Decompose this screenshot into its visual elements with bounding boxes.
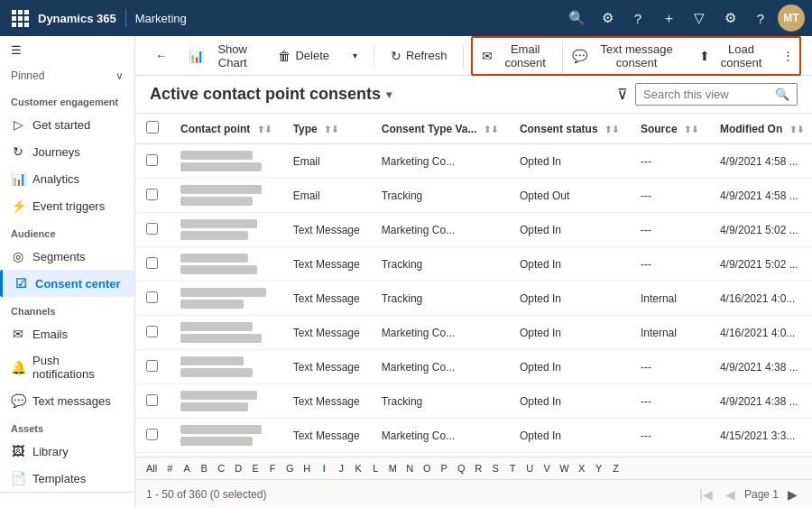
- row-checkbox-5[interactable]: [146, 326, 158, 337]
- show-chart-button[interactable]: 📊 Show Chart: [180, 38, 265, 74]
- sidebar-item-consent-center[interactable]: ☑Consent center: [0, 270, 134, 297]
- alpha-item-m[interactable]: M: [384, 461, 401, 476]
- table-row[interactable]: Email Tracking Opted Out --- 4/9/2021 4:…: [135, 179, 812, 213]
- load-consent-button[interactable]: ⬆ Load consent: [690, 38, 777, 74]
- alpha-item-k[interactable]: K: [350, 461, 366, 476]
- app-module: Marketing: [135, 12, 187, 25]
- alpha-item-y[interactable]: Y: [591, 461, 607, 476]
- text-message-consent-button[interactable]: 💬 Text message consent: [563, 38, 690, 74]
- col-consent-status[interactable]: Consent status ⬆⬇: [509, 114, 630, 144]
- sidebar-item-event-triggers[interactable]: ⚡Event triggers: [0, 192, 134, 219]
- sidebar-item-realtimemarketing[interactable]: RM Real-time marketi... ›: [0, 500, 134, 508]
- alpha-item-n[interactable]: N: [401, 461, 418, 476]
- sidebar-item-segments[interactable]: ◎Segments: [0, 243, 134, 270]
- alpha-item-u[interactable]: U: [521, 461, 538, 476]
- row-checkbox-8[interactable]: [146, 429, 158, 440]
- table-row[interactable]: Email Marketing Co... Opted In --- 4/9/2…: [135, 144, 812, 179]
- sidebar-item-get-started[interactable]: ▷Get started: [0, 111, 134, 138]
- table-row[interactable]: Text Message Marketing Co... Opted In --…: [135, 213, 812, 247]
- sort-icon-consent-status: ⬆⬇: [604, 125, 619, 134]
- table-row[interactable]: Text Message Tracking Opted In --- 4/9/2…: [135, 247, 812, 282]
- alpha-item-l[interactable]: L: [367, 461, 383, 476]
- sidebar-item-analytics[interactable]: 📊Analytics: [0, 165, 134, 192]
- row-checkbox-4[interactable]: [146, 291, 158, 303]
- col-consent-type[interactable]: Consent Type Va... ⬆⬇: [371, 114, 509, 144]
- alpha-item-a[interactable]: A: [179, 461, 195, 476]
- search-nav-icon[interactable]: 🔍: [563, 5, 590, 32]
- row-checkbox-0[interactable]: [146, 154, 158, 166]
- table-row[interactable]: Text Message Marketing Co... Opted In In…: [135, 316, 812, 350]
- sidebar-item-emails[interactable]: ✉Emails: [0, 320, 134, 347]
- first-page-button[interactable]: |◀: [696, 485, 716, 503]
- alpha-item-h[interactable]: H: [299, 461, 315, 476]
- select-all-checkbox[interactable]: [146, 121, 159, 134]
- alpha-item-s[interactable]: S: [487, 461, 503, 476]
- next-page-button[interactable]: ▶: [784, 485, 801, 503]
- search-input[interactable]: [643, 88, 771, 101]
- title-chevron-icon[interactable]: ▾: [386, 88, 392, 101]
- contact-blurred-2: [180, 231, 248, 240]
- app-grid-button[interactable]: [7, 5, 32, 31]
- row-checkbox-7[interactable]: [146, 394, 158, 406]
- alpha-item-r[interactable]: R: [470, 461, 486, 476]
- question-icon[interactable]: ?: [747, 5, 774, 32]
- sidebar-item-library[interactable]: 🖼Library: [0, 438, 134, 465]
- alpha-item-all[interactable]: All: [143, 461, 161, 476]
- sidebar-item-journeys[interactable]: ↻Journeys: [0, 138, 134, 165]
- col-type[interactable]: Type ⬆⬇: [282, 114, 371, 144]
- sidebar-toggle[interactable]: ☰: [0, 36, 134, 64]
- avatar[interactable]: MT: [778, 5, 805, 32]
- help-icon[interactable]: ?: [624, 5, 651, 32]
- contact-blurred-1: [180, 391, 257, 400]
- alpha-item-g[interactable]: G: [281, 461, 298, 476]
- settings-alt-icon[interactable]: ⚙: [594, 5, 621, 32]
- alpha-item-b[interactable]: B: [196, 461, 212, 476]
- table-row[interactable]: Text Message Marketing Co... Opted In --…: [135, 419, 812, 453]
- row-checkbox-2[interactable]: [146, 223, 158, 235]
- table-row[interactable]: Text Message Tracking Opted In --- 4/9/2…: [135, 384, 812, 419]
- sidebar-item-templates[interactable]: 📄Templates: [0, 465, 134, 492]
- alpha-item-o[interactable]: O: [419, 461, 435, 476]
- toolbar-divider-1: [374, 45, 374, 67]
- email-consent-button[interactable]: ✉ Email consent: [473, 38, 563, 74]
- alpha-item-i[interactable]: I: [316, 461, 332, 476]
- alpha-item-t[interactable]: T: [504, 461, 521, 476]
- alpha-item-q[interactable]: Q: [453, 461, 469, 476]
- alpha-item-p[interactable]: P: [436, 461, 452, 476]
- alpha-item-e[interactable]: E: [247, 461, 263, 476]
- refresh-label: Refresh: [406, 49, 448, 62]
- col-source[interactable]: Source ⬆⬇: [630, 114, 709, 144]
- alpha-item-c[interactable]: C: [213, 461, 229, 476]
- filter-icon[interactable]: ⊽: [617, 86, 628, 103]
- more-options-button[interactable]: ⋮: [777, 44, 799, 67]
- filter-nav-icon[interactable]: ▽: [686, 5, 713, 32]
- row-source: ---: [630, 384, 709, 419]
- table-row[interactable]: Text Message Tracking Opted In Internal …: [135, 282, 812, 316]
- delete-button[interactable]: 🗑 Delete: [269, 44, 338, 68]
- add-icon[interactable]: ＋: [655, 5, 682, 32]
- gear-icon[interactable]: ⚙: [716, 5, 743, 32]
- alpha-item-x[interactable]: X: [574, 461, 590, 476]
- col-modified-on[interactable]: Modified On ⬆⬇: [709, 114, 812, 144]
- row-checkbox-6[interactable]: [146, 360, 158, 372]
- col-contact-point[interactable]: Contact point ⬆⬇: [170, 114, 282, 144]
- row-checkbox-1[interactable]: [146, 189, 158, 200]
- back-button[interactable]: ←: [146, 44, 176, 67]
- alpha-item-hash[interactable]: #: [161, 461, 178, 476]
- alpha-item-j[interactable]: J: [333, 461, 349, 476]
- sidebar-item-push-notifications[interactable]: 🔔Push notifications: [0, 347, 134, 387]
- refresh-button[interactable]: ↻ Refresh: [382, 44, 457, 68]
- alpha-item-f[interactable]: F: [264, 461, 281, 476]
- row-contact-point: [170, 316, 282, 350]
- alpha-item-w[interactable]: W: [556, 461, 572, 476]
- alpha-item-d[interactable]: D: [230, 461, 246, 476]
- alpha-item-z[interactable]: Z: [608, 461, 624, 476]
- sidebar-item-text-messages[interactable]: 💬Text messages: [0, 387, 134, 414]
- dropdown-arrow-button[interactable]: ▾: [342, 46, 366, 65]
- alpha-item-v[interactable]: V: [539, 461, 555, 476]
- analytics-label: Analytics: [32, 172, 79, 186]
- prev-page-button[interactable]: ◀: [722, 485, 739, 503]
- chart-icon: 📊: [189, 49, 204, 63]
- row-checkbox-3[interactable]: [146, 257, 158, 269]
- table-row[interactable]: Text Message Marketing Co... Opted In --…: [135, 350, 812, 384]
